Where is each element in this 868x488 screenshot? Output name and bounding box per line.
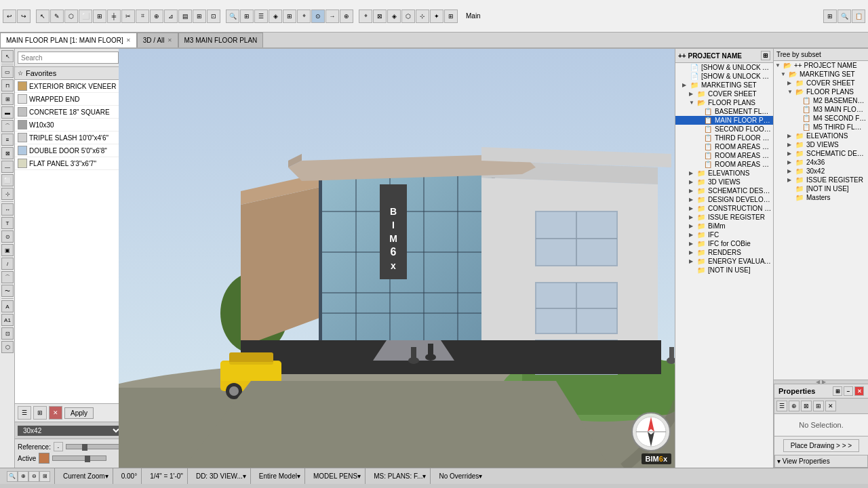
status-pens[interactable]: MODEL PENS ▾ [309,468,366,484]
expand-energy[interactable]: ▶ [689,258,696,264]
snap-btn-1[interactable]: ⌖ [359,9,372,23]
snap-btn-5[interactable]: ⊹ [416,9,429,23]
viewport[interactable]: B I M 6 x [119,49,675,468]
material-concrete[interactable]: CONCRETE 18" SQUARE [15,106,135,119]
view-properties-btn[interactable]: ▾ View Properties [774,455,868,468]
tree-item-renders[interactable]: ▶ 📁 RENDERS [675,248,773,257]
tree-item-room-areas-2[interactable]: 📋 ROOM AREAS SCHE... [675,151,773,160]
tool-door[interactable]: ⊓ [1,79,14,92]
snap-btn-2[interactable]: ⊠ [373,9,387,23]
nav-zoom-btn[interactable]: ⊕ [18,471,28,482]
expand-schematic[interactable]: ▶ [689,188,696,194]
tool-select[interactable]: ↖ [36,9,50,23]
view-btn-9[interactable]: ⊕ [340,9,353,23]
tool-wall[interactable]: ▭ [1,66,14,78]
fr-tree-cover[interactable]: ▶ 📁 COVER SHEET [774,79,868,87]
prop-btn-close[interactable]: ✕ [854,386,864,396]
status-model[interactable]: Entire Model ▾ [255,468,305,484]
ref-minus[interactable]: - [54,442,63,451]
fr-tree-3dviews[interactable]: ▶ 📁 3D VIEWS [774,140,868,149]
tool-10[interactable]: ⊿ [164,9,178,23]
status-view-map[interactable]: MS: PLANS: F... ▾ [370,468,431,484]
tree-item-main-floor[interactable]: 📋 MAIN FLOOR PLAN [675,116,773,125]
right-btn-2[interactable]: 🔍 [837,9,851,23]
view-btn-3[interactable]: ☰ [254,9,268,23]
tool-6[interactable]: ╪ [107,9,121,23]
tree-item-bimm[interactable]: ▶ 📁 BiMm [675,222,773,230]
fr-tree-m4[interactable]: 📋 M4 SECOND FLOOR... [774,114,868,123]
expand-bimm[interactable]: ▶ [689,223,696,229]
expand-cd[interactable]: ▶ [689,205,696,211]
tree-item-show-unlock-1[interactable]: 📄 [SHOW & UNLOCK ALL] [675,63,773,72]
fr-expand-ir[interactable]: ▶ [787,177,794,183]
fr-tree-issue-reg[interactable]: ▶ 📁 ISSUE REGISTER [774,176,868,184]
tree-item-not-in-use[interactable]: 📁 [NOT IN USE] [675,266,773,274]
tool-3[interactable]: ⬡ [64,9,78,23]
toolbar-btn-2[interactable]: ↪ [17,9,31,23]
expand-renders[interactable]: ▶ [689,249,696,256]
expand-cover[interactable]: ▶ [689,91,696,97]
tool-beam[interactable]: — [1,161,14,173]
tree-item-second-floor[interactable]: 📋 SECOND FLOOR PLA... [675,125,773,134]
fr-tree-30x42[interactable]: ▶ 📁 30x42 [774,167,868,176]
expand-ir[interactable]: ▶ [689,214,696,220]
tree-item-room-areas-1[interactable]: 📋 ROOM AREAS SCHE... [675,142,773,151]
tool-arc[interactable]: ⌒ [1,271,14,283]
tree-expand-all-btn[interactable]: ⊞ [761,51,770,60]
fr-expand-project[interactable]: ▼ [775,62,782,68]
status-detail[interactable]: DD: 3D VIEW... ▾ [192,468,251,484]
tree-item-third-floor[interactable]: 📋 THIRD FLOOR PLAN [675,134,773,142]
scale-select[interactable]: 30x42 [18,426,121,436]
tree-item-design-dev[interactable]: ▶ 📁 DESIGN DEVELOPMENT [675,195,773,204]
place-drawing-btn[interactable]: Place Drawing > > > [783,439,859,452]
snap-btn-6[interactable]: ✦ [430,9,443,23]
tool-9[interactable]: ⊕ [150,9,163,23]
tool-stair[interactable]: ≡ [1,134,14,146]
view-btn-6[interactable]: ⌖ [297,9,311,23]
expand-ifc[interactable]: ▶ [689,232,696,238]
fr-tree-project[interactable]: ▼ 📂 ++ PROJECT NAME [774,61,868,70]
tab-m3[interactable]: M3 MAIN FLOOR PLAN [178,33,264,47]
nav-zoom-out-btn[interactable]: ⊖ [28,471,39,482]
tree-item-basement[interactable]: 📋 BASEMENT FLOOR PL... [675,107,773,116]
view-btn-8[interactable]: → [326,9,339,23]
fr-tree-niu[interactable]: 📁 [NOT IN USE] [774,184,868,193]
snap-btn-7[interactable]: ⊞ [444,9,458,23]
tool-arrow[interactable]: ↖ [1,50,14,62]
prop-tool-4[interactable]: ⊞ [813,401,824,411]
prop-tool-1[interactable]: ☰ [776,401,787,411]
tree-item-schematic[interactable]: ▶ 📁 SCHEMATIC DESIGN [675,186,773,195]
prop-btn-1[interactable]: ⊞ [833,386,842,396]
snap-btn-3[interactable]: ◈ [387,9,401,23]
tool-ai[interactable]: A1 [1,314,14,326]
fr-tree-floor-plans[interactable]: ▼ 📂 FLOOR PLANS [774,87,868,96]
tool-roof[interactable]: ⌒ [1,120,14,132]
tool-camera[interactable]: ⊡ [1,327,14,340]
status-overrides[interactable]: No Overrides ▾ [435,468,486,484]
fr-tree-m3[interactable]: 📋 M3 MAIN FLOOR PLA... [774,105,868,114]
tool-text[interactable]: T [1,217,14,229]
tool-dim[interactable]: ↔ [1,203,14,216]
fr-tree-m2[interactable]: 📋 M2 BASEMENT FLOO... [774,96,868,105]
tool-fill[interactable]: ▣ [1,244,14,256]
tool-8[interactable]: ⌗ [136,9,149,23]
fr-expand-schematic[interactable]: ▶ [787,150,794,157]
snap-btn-4[interactable]: ⬡ [401,9,415,23]
tree-item-ifc[interactable]: ▶ 📁 IFC [675,230,773,239]
nav-back-btn[interactable]: 🔍 [7,471,18,482]
tool-4[interactable]: ⬜ [79,9,92,23]
active-slider[interactable] [52,455,106,461]
tab-main-floor[interactable]: MAIN FLOOR PLAN [1: MAIN FLOOR] ✕ [0,33,137,47]
tree-item-cover-sheet[interactable]: ▶ 📁 COVER SHEET [675,89,773,98]
tree-item-show-unlock-2[interactable]: 📄 [SHOW & UNLOCK ALL] [675,72,773,81]
view-btn-2[interactable]: ⊞ [240,9,254,23]
right-btn-3[interactable]: 📋 [852,9,865,23]
tool-column[interactable]: ⊠ [1,147,14,159]
view-btn-7[interactable]: ⊙ [311,9,325,23]
tool-section[interactable]: A [1,300,14,312]
tree-item-issue-register[interactable]: ▶ 📁 ISSUE REGISTER [675,213,773,222]
tree-item-marketing-set[interactable]: ▶ 📁 MARKETING SET [675,81,773,89]
material-w10x30[interactable]: W10x30 [15,119,135,131]
tab-3d-close[interactable]: ✕ [167,37,172,43]
prop-btn-2[interactable]: − [844,386,853,396]
